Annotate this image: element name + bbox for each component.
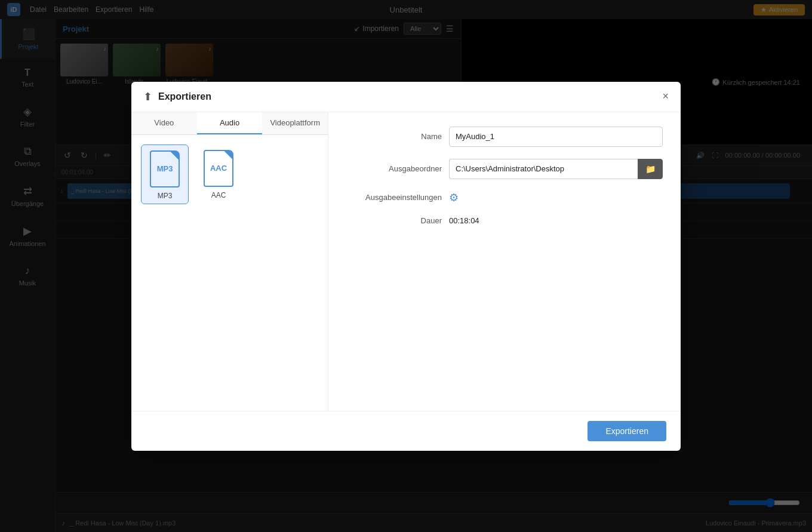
folder-browse-button[interactable]: 📁 xyxy=(638,159,663,179)
format-mp3[interactable]: MP3 MP3 xyxy=(141,144,189,204)
dialog-body: Video Audio Videoplattform MP3 MP3 xyxy=(131,112,681,411)
duration-value: 00:18:04 xyxy=(449,216,479,225)
mp3-label: MP3 xyxy=(158,192,173,200)
export-icon: ⬆ xyxy=(143,90,152,103)
settings-label: Ausgabeeinstellungen xyxy=(346,193,442,202)
dialog-left-panel: Video Audio Videoplattform MP3 MP3 xyxy=(131,112,328,411)
dialog-footer: Exportieren xyxy=(131,411,681,451)
mp3-icon: MP3 xyxy=(147,149,183,189)
mp3-file-icon: MP3 xyxy=(150,150,180,187)
aac-text: AAC xyxy=(210,164,227,173)
mp3-text: MP3 xyxy=(157,164,173,173)
tab-videoplattform[interactable]: Videoplattform xyxy=(262,112,328,134)
dialog-header: ⬆ Exportieren × xyxy=(131,82,681,112)
export-button[interactable]: Exportieren xyxy=(588,421,666,441)
name-input[interactable] xyxy=(449,127,663,147)
settings-button[interactable]: ⚙ xyxy=(449,191,459,204)
folder-input[interactable] xyxy=(449,159,638,179)
dialog-right-panel: Name Ausgabeordner 📁 Ausgabeeinstellunge… xyxy=(328,112,681,411)
aac-file-icon: AAC xyxy=(204,150,233,187)
format-aac[interactable]: AAC AAC xyxy=(195,144,242,204)
folder-input-row: 📁 xyxy=(449,159,663,179)
close-button[interactable]: × xyxy=(662,90,669,103)
gear-icon: ⚙ xyxy=(449,192,459,204)
dialog-title: Exportieren xyxy=(158,91,211,102)
dialog-title-row: ⬆ Exportieren xyxy=(143,90,211,103)
folder-row: Ausgabeordner 📁 xyxy=(346,159,663,179)
tab-audio[interactable]: Audio xyxy=(197,112,263,134)
duration-row: Dauer 00:18:04 xyxy=(346,216,663,225)
export-dialog: ⬆ Exportieren × Video Audio Videoplattfo… xyxy=(131,82,681,451)
tab-video[interactable]: Video xyxy=(131,112,197,134)
folder-label: Ausgabeordner xyxy=(346,164,442,173)
duration-label: Dauer xyxy=(346,216,442,225)
folder-icon: 📁 xyxy=(645,164,656,174)
aac-label: AAC xyxy=(211,191,226,199)
format-grid: MP3 MP3 AAC AAC xyxy=(131,135,328,214)
settings-row: Ausgabeeinstellungen ⚙ xyxy=(346,191,663,204)
name-row: Name xyxy=(346,127,663,147)
aac-icon: AAC xyxy=(201,148,236,189)
dialog-tabs: Video Audio Videoplattform xyxy=(131,112,328,135)
name-label: Name xyxy=(346,132,442,141)
